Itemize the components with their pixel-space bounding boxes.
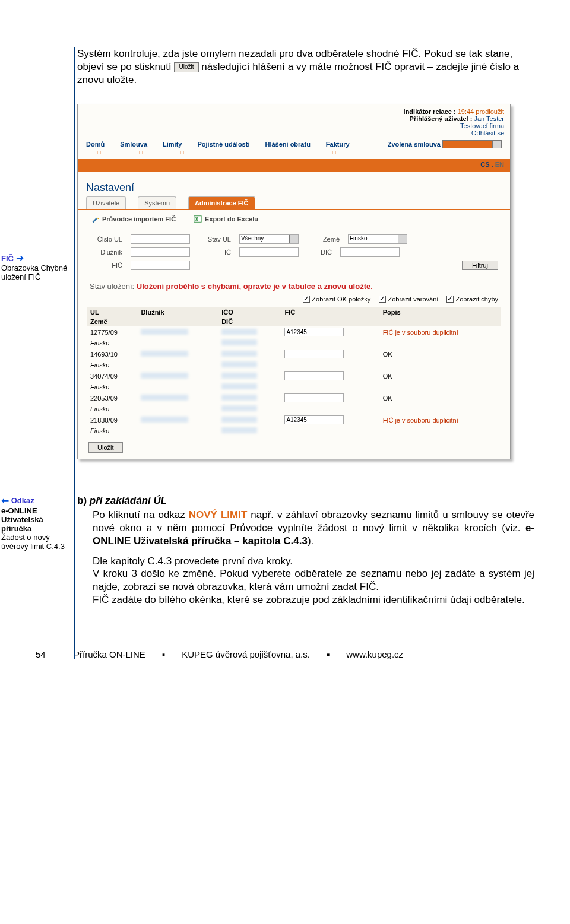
- lang-en[interactable]: EN: [495, 161, 504, 168]
- cell-popis: OK: [379, 370, 501, 382]
- export-excel-button[interactable]: Export do Excelu: [194, 215, 258, 223]
- subsection-heading: b) při zakládání ÚL: [77, 495, 534, 507]
- input-dluznik[interactable]: [131, 247, 190, 257]
- page-number: 54: [36, 649, 74, 659]
- cell-popis: FIČ je v souboru duplicitní: [379, 326, 501, 338]
- nav-domu[interactable]: Domů: [86, 141, 104, 148]
- footer: 54 Příručka ON-LINE ▪ KUPEG úvěrová poji…: [0, 614, 570, 677]
- fic-input[interactable]: [284, 350, 344, 358]
- contract-select[interactable]: [442, 140, 502, 148]
- p1a: Po kliknutí na odkaz: [93, 509, 189, 520]
- input-cislo-ul[interactable]: [131, 234, 190, 244]
- select-zeme[interactable]: Finsko: [348, 234, 407, 244]
- nav-smlouva[interactable]: Smlouva: [120, 141, 147, 148]
- checkbox-warn[interactable]: [379, 296, 386, 303]
- th-ul: UL: [87, 307, 137, 317]
- checkbox-warn-label: Zobrazit varování: [388, 296, 438, 303]
- import-wizard-button[interactable]: Průvodce importem FIČ: [91, 215, 176, 223]
- select-stav-ul[interactable]: Všechny: [239, 234, 299, 244]
- tab-administrace-fic[interactable]: Administrace FIČ: [188, 196, 255, 209]
- input-dic[interactable]: [340, 247, 400, 257]
- nav-pojistne[interactable]: Pojistné události: [197, 141, 249, 148]
- cell-zeme: Finsko: [87, 382, 137, 392]
- save-button-inline: Uložit: [174, 62, 198, 72]
- prodlouzit-link[interactable]: prodloužit: [476, 108, 504, 115]
- intro-paragraph: Systém kontroluje, zda jste omylem nezad…: [77, 47, 534, 86]
- nav-limity[interactable]: Limity: [163, 141, 182, 148]
- contract-label: Zvolená smlouva: [388, 141, 441, 148]
- filter-button[interactable]: Filtruj: [462, 261, 498, 270]
- svg-point-0: [97, 217, 98, 218]
- cell-dic: [218, 426, 281, 436]
- sidebar-note-odkaz: ⬅ Odkaz e-ONLINE Uživatelská příručka Žá…: [1, 495, 72, 551]
- wand-icon: [91, 215, 99, 223]
- lang-cs[interactable]: CS: [480, 161, 489, 168]
- cell-fic: [281, 392, 379, 404]
- body-p2: Dle kapitoly C.4.3 provedete první dva k…: [77, 555, 534, 568]
- cell-ul: 21838/09: [87, 414, 137, 426]
- fic-input[interactable]: [284, 393, 344, 402]
- input-ic[interactable]: [239, 247, 299, 257]
- save-button[interactable]: Uložit: [88, 442, 123, 453]
- checkbox-ok[interactable]: [303, 296, 310, 303]
- main-nav: Domů Smlouva Limity Pojistné události Hl…: [78, 138, 510, 150]
- fic-input[interactable]: [284, 328, 344, 336]
- status-message: Uložení proběhlo s chybami, opravte je v…: [137, 282, 373, 291]
- cell-ico: [218, 326, 281, 338]
- footer-sep2: ▪: [310, 649, 346, 659]
- user-name: Jan Tester: [474, 115, 504, 122]
- odkaz-bold: e-ONLINE Uživatelská příručka: [1, 506, 43, 533]
- body-p3: V kroku 3 došlo ke změně. Pokud vyberete…: [77, 567, 534, 593]
- note-title: FIČ: [1, 254, 14, 263]
- cell-dic: [218, 404, 281, 414]
- cell-fic: [281, 414, 379, 426]
- odkaz-rest: Žádost o nový úvěrový limit C.4.3: [1, 533, 72, 551]
- bullet-b: b): [77, 495, 87, 506]
- note-text: Obrazovka Chybné uložení FIČ: [1, 263, 72, 281]
- fic-input[interactable]: [284, 415, 344, 424]
- logout-link[interactable]: Odhlásit se: [84, 129, 504, 136]
- cell-ul: 34074/09: [87, 370, 137, 382]
- novy-limit-link: NOVÝ LIMIT: [189, 509, 248, 520]
- table-row-sub: Finsko: [87, 338, 501, 348]
- fic-input[interactable]: [284, 371, 344, 380]
- label-ic: IČ: [198, 249, 231, 256]
- cell-dluznik: [137, 392, 218, 404]
- cell-dluznik: [137, 326, 218, 338]
- svg-point-1: [97, 218, 99, 220]
- status-label: Stav uložení:: [90, 282, 137, 291]
- cell-fic: [281, 326, 379, 338]
- loggedin-label: Přihlášený uživatel :: [410, 115, 473, 122]
- table-row-sub: Finsko: [87, 382, 501, 392]
- table-row: 12775/09FIČ je v souboru duplicitní: [87, 326, 501, 338]
- svg-rect-2: [194, 216, 201, 223]
- cell-fic: [281, 348, 379, 360]
- cell-ico: [218, 392, 281, 404]
- results-table: UL Dlužník IČO FIČ Popis Země DIČ 12775/…: [87, 307, 501, 436]
- nav-hlaseni[interactable]: Hlášení obratu: [265, 141, 310, 148]
- label-dluznik: Dlužník: [90, 249, 122, 256]
- cell-zeme: Finsko: [87, 338, 137, 348]
- indicator-time: 19:44: [458, 108, 474, 115]
- tab-uzivatele[interactable]: Uživatele: [86, 196, 126, 209]
- cell-popis: OK: [379, 392, 501, 404]
- table-row: 34074/09OK: [87, 370, 501, 382]
- company-name: Testovací firma: [84, 122, 504, 129]
- section-tabs: Uživatele Systému Administrace FIČ: [78, 196, 510, 210]
- cell-ico: [218, 348, 281, 360]
- indicator-label: Indikátor relace :: [404, 108, 456, 115]
- tab-systemu[interactable]: Systému: [138, 196, 176, 209]
- screenshot-header: Indikátor relace : 19:44 prodloužit Přih…: [78, 104, 510, 138]
- footer-title: Příručka ON-LINE: [74, 649, 145, 659]
- checkbox-err[interactable]: [446, 296, 454, 303]
- label-fic: FIČ: [90, 262, 122, 269]
- cell-dluznik: [137, 370, 218, 382]
- table-row: 22053/09OK: [87, 392, 501, 404]
- th-dluznik: Dlužník: [137, 307, 218, 317]
- th-popis: Popis: [379, 307, 501, 317]
- footer-sep1: ▪: [145, 649, 182, 659]
- input-fic[interactable]: [131, 261, 190, 270]
- nav-faktury[interactable]: Faktury: [326, 141, 350, 148]
- excel-icon: [194, 215, 202, 223]
- th-dic: DIČ: [218, 317, 281, 326]
